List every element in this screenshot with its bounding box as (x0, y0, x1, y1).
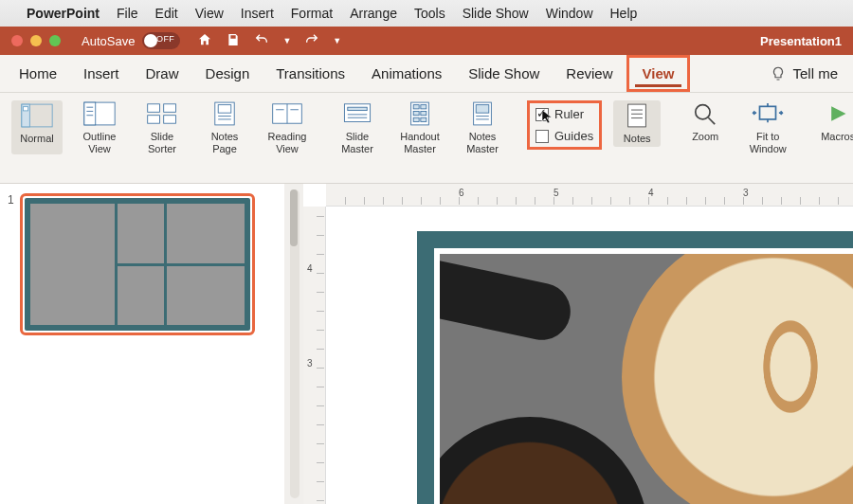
autosave-switch[interactable]: OFF (142, 32, 180, 49)
slide-thumbnail-panel: 1 (0, 184, 284, 504)
vertical-ruler[interactable]: 4 3 (303, 207, 326, 504)
handout-master-button[interactable]: Handout Master (394, 100, 445, 154)
svg-rect-29 (413, 117, 419, 121)
tab-view[interactable]: View (626, 55, 691, 92)
zoom-label: Zoom (692, 131, 718, 143)
ruler-guides-highlight: Ruler Guides (527, 100, 602, 150)
tab-insert[interactable]: Insert (70, 58, 133, 89)
notes-label: Notes (624, 133, 651, 145)
mac-menubar: PowerPoint File Edit View Insert Format … (0, 0, 853, 27)
menu-insert[interactable]: Insert (241, 6, 274, 21)
group-show: Ruler Guides Notes (521, 99, 670, 150)
svg-rect-8 (148, 104, 160, 113)
undo-icon[interactable] (254, 32, 269, 50)
lightbulb-icon[interactable] (770, 65, 787, 82)
close-window-icon[interactable] (11, 35, 23, 46)
menu-edit[interactable]: Edit (155, 6, 178, 21)
cursor-arrow-icon (541, 109, 556, 124)
tab-transitions[interactable]: Transitions (263, 58, 358, 89)
svg-rect-28 (421, 111, 426, 115)
tab-draw[interactable]: Draw (133, 58, 192, 89)
qat-customize-icon[interactable]: ▼ (333, 36, 341, 45)
slide-canvas-area: 6 5 4 3 4 3 (303, 184, 853, 504)
v-ruler-tick: 4 (307, 263, 313, 274)
svg-rect-21 (348, 107, 367, 110)
menu-window[interactable]: Window (546, 6, 593, 21)
slide-master-button[interactable]: Slide Master (332, 100, 383, 154)
slide-1-thumbnail[interactable] (20, 193, 255, 335)
tab-slideshow[interactable]: Slide Show (455, 58, 553, 89)
svg-rect-41 (760, 106, 776, 119)
svg-rect-32 (476, 105, 489, 114)
ribbon-view: Normal Outline View Slide Sorter Notes P… (0, 93, 853, 184)
svg-point-39 (696, 105, 710, 119)
reading-view-button[interactable]: Reading View (262, 100, 313, 154)
menu-arrange[interactable]: Arrange (350, 6, 397, 21)
outline-view-button[interactable]: Outline View (74, 100, 125, 154)
guides-checkbox[interactable]: Guides (535, 129, 593, 143)
window-controls (11, 35, 61, 46)
undo-dropdown-icon[interactable]: ▼ (282, 36, 291, 45)
zoom-button[interactable]: Zoom (680, 100, 731, 154)
titlebar: AutoSave OFF ▼ ▼ Presentation1 (0, 27, 853, 55)
ribbon-tabs: Home Insert Draw Design Transitions Anim… (0, 55, 853, 93)
tab-design[interactable]: Design (192, 58, 263, 89)
notes-master-button[interactable]: Notes Master (457, 100, 508, 154)
slide-sorter-button[interactable]: Slide Sorter (136, 100, 188, 154)
menu-help[interactable]: Help (610, 6, 638, 21)
redo-icon[interactable] (304, 32, 319, 50)
tab-home[interactable]: Home (6, 58, 70, 89)
svg-rect-25 (413, 105, 419, 109)
horizontal-ruler[interactable]: 6 5 4 3 (326, 184, 853, 207)
macros-button[interactable]: Macros (812, 100, 853, 143)
notes-button[interactable]: Notes (613, 100, 661, 147)
notes-page-button[interactable]: Notes Page (199, 100, 250, 154)
normal-view-button[interactable]: Normal (11, 100, 63, 154)
checkbox-unchecked-icon (535, 130, 549, 143)
tab-animations[interactable]: Animations (358, 58, 455, 89)
notes-master-label: Notes Master (457, 131, 508, 154)
svg-rect-4 (84, 102, 96, 125)
slide-master-label: Slide Master (332, 131, 383, 154)
svg-rect-13 (218, 105, 231, 114)
slide-canvas[interactable] (417, 231, 853, 504)
fit-to-window-button[interactable]: Fit to Window (742, 100, 793, 154)
handout-master-label: Handout Master (394, 131, 445, 154)
minimize-window-icon[interactable] (30, 35, 42, 46)
workspace: 1 6 5 4 3 4 3 (0, 184, 853, 504)
svg-rect-20 (344, 104, 370, 122)
group-macros: Macros (807, 99, 853, 143)
svg-rect-11 (164, 116, 176, 124)
svg-rect-26 (421, 105, 426, 109)
fullscreen-window-icon[interactable] (49, 35, 61, 46)
slide-sorter-label: Slide Sorter (136, 131, 188, 154)
home-icon[interactable] (197, 32, 212, 50)
notes-page-label: Notes Page (199, 131, 250, 154)
app-name[interactable]: PowerPoint (27, 6, 100, 21)
menu-file[interactable]: File (117, 6, 138, 21)
slide-number: 1 (8, 193, 14, 504)
thumbnail-scrollbar[interactable] (284, 184, 303, 504)
slide-image-placeholder[interactable] (440, 254, 853, 504)
svg-rect-27 (413, 111, 419, 115)
svg-line-40 (709, 117, 716, 124)
group-master-views: Slide Master Handout Master Notes Master (326, 99, 517, 154)
autosave-toggle[interactable]: AutoSave OFF (82, 32, 180, 49)
svg-rect-10 (148, 116, 160, 124)
tab-review[interactable]: Review (553, 58, 626, 89)
ruler-checkbox[interactable]: Ruler (535, 107, 593, 121)
document-title: Presentation1 (760, 34, 842, 48)
svg-rect-9 (164, 104, 176, 113)
save-icon[interactable] (226, 32, 241, 50)
autosave-state: OFF (156, 34, 175, 44)
menu-view[interactable]: View (195, 6, 224, 21)
svg-rect-2 (24, 107, 28, 111)
fit-to-window-label: Fit to Window (742, 131, 793, 154)
tell-me-search[interactable]: Tell me (792, 65, 838, 81)
menu-slideshow[interactable]: Slide Show (463, 6, 529, 21)
group-presentation-views: Normal Outline View Slide Sorter Notes P… (6, 99, 322, 154)
menu-tools[interactable]: Tools (414, 6, 445, 21)
menu-format[interactable]: Format (291, 6, 333, 21)
svg-rect-30 (421, 117, 426, 121)
v-ruler-tick: 3 (307, 358, 313, 369)
